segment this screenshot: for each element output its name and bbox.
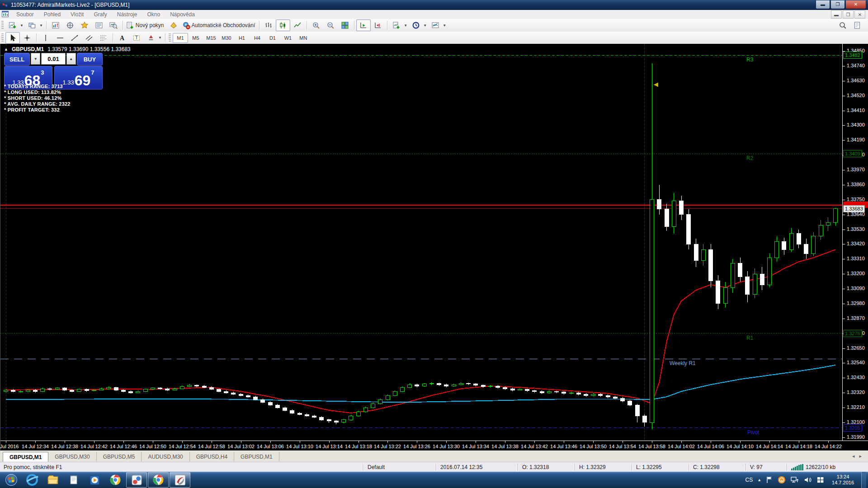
taskbar-metatrader-button[interactable]: [170, 472, 190, 488]
close-button[interactable]: ✕: [845, 0, 866, 9]
volume-decrease-button[interactable]: ▼: [31, 53, 40, 65]
chart-line-button[interactable]: [290, 19, 305, 31]
price-axis[interactable]: 1.348501.347401.346301.345201.344101.343…: [842, 44, 868, 441]
windows-update-tray-icon[interactable]: [816, 476, 825, 484]
timeframe-mn[interactable]: MN: [296, 33, 311, 43]
menu-okno[interactable]: Okno: [142, 11, 165, 18]
zoom-in-button[interactable]: [309, 19, 323, 31]
timeframe-h1[interactable]: H1: [234, 33, 250, 43]
timeframe-d1[interactable]: D1: [265, 33, 280, 43]
network-tray-icon[interactable]: [790, 476, 799, 484]
menu-napoveda[interactable]: Nápověda: [165, 11, 200, 18]
restore-button[interactable]: ❐: [830, 0, 845, 9]
menu-soubor[interactable]: Soubor: [11, 11, 39, 18]
sell-button[interactable]: SELL: [4, 53, 30, 66]
terminal-button[interactable]: [92, 19, 106, 31]
periods-button[interactable]: [409, 19, 423, 31]
chart-tab-gbpusdh[interactable]: GBPUSD,H4: [190, 452, 234, 461]
zoom-out-button[interactable]: [323, 19, 338, 31]
tab-scroll-left-icon[interactable]: ◂: [852, 453, 855, 459]
market-watch-button[interactable]: [48, 19, 63, 31]
metaeditor-button[interactable]: [166, 19, 181, 31]
action-center-flag-icon[interactable]: [766, 476, 773, 484]
search-button[interactable]: [835, 19, 850, 31]
data-window-button[interactable]: [63, 19, 77, 31]
buy-button[interactable]: BUY: [77, 53, 103, 66]
templates-dropdown-icon[interactable]: ▼: [443, 23, 448, 28]
vertical-line-button[interactable]: [38, 32, 53, 44]
slow-ma-cyan-line[interactable]: [6, 365, 835, 402]
taskbar-start-button[interactable]: [1, 473, 21, 487]
mdi-minimize-button[interactable]: ▬: [831, 10, 842, 19]
channel-button[interactable]: [82, 32, 96, 44]
templates-button[interactable]: [428, 19, 443, 31]
yellow-arrow-marker[interactable]: [654, 83, 658, 87]
chart-tab-gbpusdm[interactable]: GBPUSD,M5: [97, 452, 142, 461]
crosshair-button[interactable]: [20, 32, 34, 44]
time-axis[interactable]: 14 Jul 201614 Jul 12:3414 Jul 12:3814 Ju…: [0, 441, 868, 451]
arrows-dropdown-icon[interactable]: ▼: [158, 36, 163, 40]
minimize-button[interactable]: ▬: [816, 0, 830, 9]
timeframe-m30[interactable]: M30: [219, 33, 234, 43]
toolbar-grip[interactable]: [1, 33, 4, 42]
timeframe-m1[interactable]: M1: [173, 33, 188, 43]
menu-vlozit[interactable]: Vložit: [66, 11, 89, 18]
chart-bars-button[interactable]: [261, 19, 276, 31]
mdi-close-button[interactable]: ✕: [854, 10, 865, 19]
taskbar-dots-app-button[interactable]: [126, 472, 147, 488]
auto-scroll-button[interactable]: [356, 19, 371, 31]
volume-increase-button[interactable]: ▲: [66, 53, 76, 65]
chart-tab-gbpusdm[interactable]: GBPUSD,M1: [3, 452, 48, 462]
volume-tray-icon[interactable]: [804, 476, 812, 484]
trendline-button[interactable]: [67, 32, 82, 44]
taskbar-notepad-button[interactable]: [64, 473, 84, 487]
taskbar-internet-explorer-button[interactable]: [22, 473, 42, 487]
timeframe-m5[interactable]: M5: [188, 33, 203, 43]
timeframe-m15[interactable]: M15: [203, 33, 219, 43]
taskbar-chrome-2-button[interactable]: [148, 472, 169, 488]
timeframe-w1[interactable]: W1: [280, 33, 296, 43]
timeframe-h4[interactable]: H4: [250, 33, 265, 43]
autotrading-button[interactable]: Automatické Obchodování: [181, 19, 258, 31]
chart-candles-button[interactable]: [276, 19, 290, 31]
toolbar-grip[interactable]: [168, 33, 171, 42]
toolbar-grip[interactable]: [1, 21, 4, 30]
profiles-button[interactable]: [25, 19, 39, 31]
arrows-button[interactable]: [144, 32, 158, 44]
one-click-collapse-icon[interactable]: ▲: [4, 47, 8, 52]
menu-nastroje[interactable]: Nástroje: [112, 11, 142, 18]
strategy-tester-button[interactable]: [106, 19, 121, 31]
cursor-button[interactable]: [5, 32, 20, 44]
antivirus-tray-icon[interactable]: [778, 476, 786, 484]
periods-dropdown-icon[interactable]: ▼: [423, 23, 428, 28]
volume-input[interactable]: 0.01: [41, 53, 65, 65]
horizontal-line-button[interactable]: [53, 32, 67, 44]
taskbar-clock[interactable]: 13:24 14.7.2016: [832, 474, 854, 486]
profiles-dropdown-icon[interactable]: ▼: [39, 23, 44, 28]
docs-button[interactable]: [850, 19, 864, 31]
text-button[interactable]: A: [115, 32, 129, 44]
menu-pohled[interactable]: Pohled: [39, 11, 66, 18]
tab-scroll-right-icon[interactable]: ▸: [859, 453, 862, 459]
chart-tab-audusdm[interactable]: AUDUSD,M30: [142, 452, 189, 461]
show-desktop-button[interactable]: [861, 472, 866, 488]
fibonacci-button[interactable]: [96, 32, 111, 44]
new-chart-button[interactable]: [5, 19, 20, 31]
indicators-dropdown-icon[interactable]: ▼: [404, 23, 409, 28]
mdi-restore-button[interactable]: ❐: [843, 10, 854, 19]
taskbar-media-player-button[interactable]: [85, 473, 104, 487]
text-label-button[interactable]: T: [129, 32, 144, 44]
menu-grafy[interactable]: Grafy: [89, 11, 112, 18]
language-indicator[interactable]: CS: [745, 477, 753, 483]
chart-tab-gbpusdm[interactable]: GBPUSD,M1: [234, 452, 279, 461]
navigator-button[interactable]: [77, 19, 92, 31]
chart-shift-button[interactable]: [371, 19, 385, 31]
price-chart-canvas[interactable]: [0, 44, 842, 441]
chart-area[interactable]: R3R2R1Weekly R1Pivot 1.348501.347401.346…: [0, 44, 868, 450]
tray-expand-icon[interactable]: ▲: [757, 478, 761, 482]
taskbar-file-explorer-button[interactable]: [43, 473, 63, 487]
taskbar-chrome-button[interactable]: [105, 473, 125, 487]
indicators-button[interactable]: [389, 19, 404, 31]
new-order-button[interactable]: Nový pokyn: [125, 19, 166, 31]
tile-windows-button[interactable]: [338, 19, 352, 31]
